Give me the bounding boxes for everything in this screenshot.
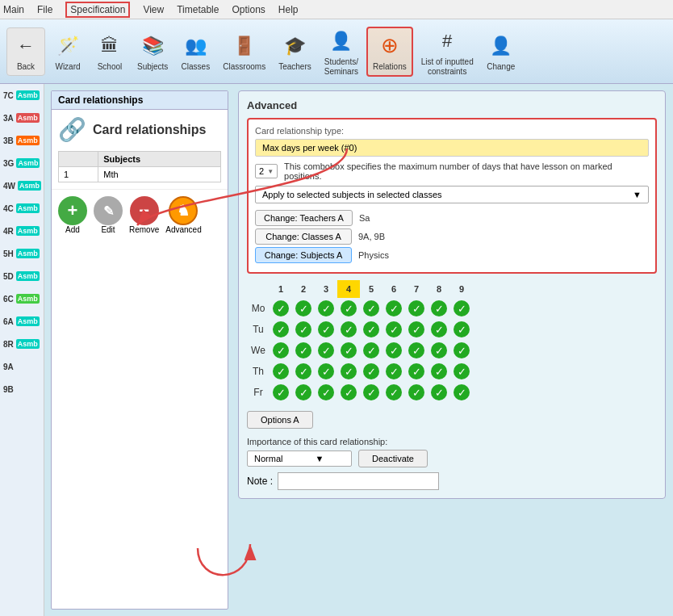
menu-timetable[interactable]: Timetable: [177, 4, 219, 15]
grid-cell-mo-3[interactable]: ✓: [315, 298, 337, 319]
days-combo[interactable]: 2 ▼: [255, 164, 278, 178]
grid-cell-tu-7[interactable]: ✓: [405, 319, 428, 340]
grid-cell-mo-1[interactable]: ✓: [270, 298, 292, 319]
grid-cell-th-2[interactable]: ✓: [292, 361, 315, 382]
grid-cell-fr-1[interactable]: ✓: [270, 382, 292, 403]
grid-cell-th-9[interactable]: ✓: [450, 361, 473, 382]
note-input[interactable]: [278, 472, 439, 490]
grid-cell-fr-8[interactable]: ✓: [428, 382, 450, 403]
grid-cell-mo-4[interactable]: ✓: [337, 298, 360, 319]
apply-combo[interactable]: Apply to selected subjects in selected c…: [255, 186, 649, 203]
grid-cell-we-1[interactable]: ✓: [270, 340, 292, 361]
list-constraints-button[interactable]: # List of inputtedconstraints: [416, 23, 479, 80]
table-row[interactable]: 1 Mth: [59, 167, 221, 182]
combobox-row: 2 ▼ This combobox specifies the maximum …: [255, 161, 649, 181]
edit-label: Edit: [101, 225, 115, 234]
grid-cell-mo-9[interactable]: ✓: [450, 298, 473, 319]
importance-arrow-icon: ▼: [315, 454, 324, 463]
grid-cell-tu-2[interactable]: ✓: [292, 319, 315, 340]
grid-cell-th-4[interactable]: ✓: [337, 361, 360, 382]
grid-cell-fr-3[interactable]: ✓: [315, 382, 337, 403]
grid-cell-fr-5[interactable]: ✓: [360, 382, 382, 403]
menu-specification[interactable]: Specification: [65, 2, 130, 18]
day-label-tu: Tu: [247, 319, 270, 340]
grid-cell-th-5[interactable]: ✓: [360, 361, 382, 382]
change-subjects-btn[interactable]: Change: Subjects A: [255, 247, 352, 263]
check-circle: ✓: [431, 321, 447, 337]
menu-file[interactable]: File: [37, 4, 52, 15]
grid-cell-we-2[interactable]: ✓: [292, 340, 315, 361]
subjects-button[interactable]: 📚 Subjects: [132, 28, 173, 75]
check-circle: ✓: [273, 300, 289, 316]
classes-button[interactable]: 👥 Classes: [176, 28, 215, 75]
check-circle: ✓: [363, 384, 379, 400]
advanced-button[interactable]: ♞: [169, 196, 198, 225]
wizard-button[interactable]: 🪄 Wizard: [48, 28, 87, 75]
grid-cell-mo-7[interactable]: ✓: [405, 298, 428, 319]
school-label: School: [98, 62, 123, 72]
grid-cell-mo-2[interactable]: ✓: [292, 298, 315, 319]
col-8: 8: [428, 280, 450, 298]
wizard-label: Wizard: [55, 62, 80, 72]
grid-cell-fr-6[interactable]: ✓: [382, 382, 405, 403]
change-teachers-btn[interactable]: Change: Teachers A: [255, 210, 353, 226]
grid-cell-th-3[interactable]: ✓: [315, 361, 337, 382]
options-a-button[interactable]: Options A: [247, 411, 313, 429]
add-button[interactable]: +: [58, 196, 87, 225]
grid-cell-tu-4[interactable]: ✓: [337, 319, 360, 340]
grid-cell-we-9[interactable]: ✓: [450, 340, 473, 361]
grid-cell-we-7[interactable]: ✓: [405, 340, 428, 361]
edit-button[interactable]: ✎: [94, 196, 123, 225]
grid-cell-we-5[interactable]: ✓: [360, 340, 382, 361]
apply-arrow-icon: ▼: [633, 190, 642, 199]
students-button[interactable]: 👤 Students/Seminars: [320, 23, 363, 80]
remove-button[interactable]: −: [130, 196, 159, 225]
note-label: Note :: [247, 476, 273, 487]
grid-cell-th-1[interactable]: ✓: [270, 361, 292, 382]
grid-cell-mo-8[interactable]: ✓: [428, 298, 450, 319]
grid-cell-we-4[interactable]: ✓: [337, 340, 360, 361]
back-button[interactable]: ← Back: [6, 27, 45, 76]
grid-cell-we-8[interactable]: ✓: [428, 340, 450, 361]
menu-bar: Main File Specification View Timetable O…: [0, 0, 673, 19]
grid-cell-th-7[interactable]: ✓: [405, 361, 428, 382]
grid-cell-th-6[interactable]: ✓: [382, 361, 405, 382]
school-button[interactable]: 🏛 School: [90, 28, 129, 75]
menu-help[interactable]: Help: [278, 4, 299, 15]
days-value: 2: [259, 166, 264, 176]
classrooms-label: Classrooms: [223, 62, 265, 72]
grid-cell-tu-8[interactable]: ✓: [428, 319, 450, 340]
classrooms-button[interactable]: 🚪 Classrooms: [218, 28, 270, 75]
change-button[interactable]: 👤 Change: [482, 28, 520, 75]
grid-cell-we-3[interactable]: ✓: [315, 340, 337, 361]
grid-cell-fr-7[interactable]: ✓: [405, 382, 428, 403]
importance-combo[interactable]: Normal ▼: [247, 450, 352, 467]
grid-cell-mo-5[interactable]: ✓: [360, 298, 382, 319]
grid-cell-fr-4[interactable]: ✓: [337, 382, 360, 403]
card-rel-icon: 🔗: [58, 116, 86, 143]
row-6a: 6A Asmb: [0, 310, 44, 333]
grid-cell-fr-9[interactable]: ✓: [450, 382, 473, 403]
col-1: 1: [270, 280, 292, 298]
grid-cell-tu-5[interactable]: ✓: [360, 319, 382, 340]
grid-cell-th-8[interactable]: ✓: [428, 361, 450, 382]
change-classes-btn[interactable]: Change: Classes A: [255, 228, 352, 245]
check-circle: ✓: [295, 363, 311, 379]
menu-view[interactable]: View: [143, 4, 164, 15]
grid-cell-tu-6[interactable]: ✓: [382, 319, 405, 340]
teachers-button[interactable]: 🎓 Teachers: [274, 28, 316, 75]
grid-cell-fr-2[interactable]: ✓: [292, 382, 315, 403]
relations-button[interactable]: ⊕ Relations: [366, 27, 413, 77]
deactivate-button[interactable]: Deactivate: [358, 450, 428, 467]
grid-cell-tu-1[interactable]: ✓: [270, 319, 292, 340]
grid-cell-tu-3[interactable]: ✓: [315, 319, 337, 340]
grid-cell-mo-6[interactable]: ✓: [382, 298, 405, 319]
classrooms-icon: 🚪: [230, 31, 259, 61]
menu-options[interactable]: Options: [232, 4, 265, 15]
importance-value: Normal: [254, 454, 282, 463]
menu-main[interactable]: Main: [3, 4, 24, 15]
grid-cell-tu-9[interactable]: ✓: [450, 319, 473, 340]
grid-cell-we-6[interactable]: ✓: [382, 340, 405, 361]
row-7c: 7C Asmb: [0, 84, 44, 107]
check-circle: ✓: [454, 342, 470, 358]
